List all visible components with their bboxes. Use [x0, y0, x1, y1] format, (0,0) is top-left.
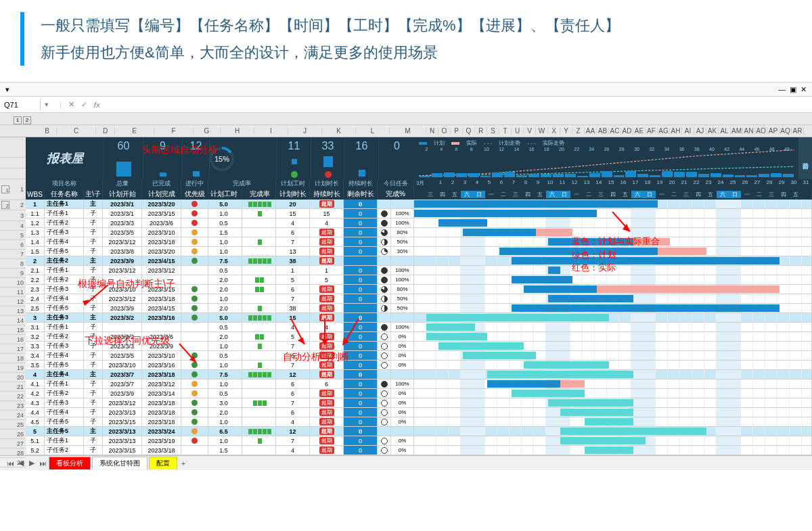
table-row[interactable]: 5.1子任务1子2023/3/132023/3/191.07超期00% [26, 436, 812, 446]
stat-completed-value: 9 [160, 140, 166, 152]
banner: 一般只需填写【编号】【任务名称】【时间】【工时】【完成%】【进展】、【责任人】 … [0, 0, 812, 82]
table-row[interactable]: 4.5子任务5子2023/3/152023/3/181.04超期00% [26, 417, 812, 427]
table-row[interactable]: 5.2子任务2子2023/3/152023/3/181.54超期00% [26, 446, 812, 455]
tab-add-icon[interactable]: + [179, 459, 188, 468]
sheet-tab-gantt[interactable]: 系统化甘特图 [92, 457, 148, 469]
stat-duration-value: 16 [356, 140, 368, 152]
minimize-icon[interactable]: — [778, 85, 786, 93]
table-row[interactable]: 1.1子任务1子2023/3/12023/3/151.015150100% [26, 209, 812, 218]
header-project-name: 项目名称 [26, 179, 103, 189]
stat-total-value: 60 [118, 140, 130, 152]
table-row[interactable]: 4.3子任务3子2023/3/122023/3/183.07超期00% [26, 398, 812, 408]
color-legend-note: 蓝色：计划与实际重合 绿色：计划 红色：实际 [572, 235, 660, 275]
table-header: WBS 任务名称 主\子 计划开始 计划完成 优先级 计划工时 完成率 计划时长… [26, 189, 812, 200]
table-row[interactable]: 5主任务5主2023/3/132023/3/246.512超期0 [26, 427, 812, 436]
stat-inprogress-value: 12 [190, 140, 202, 152]
table-row[interactable]: 1.3子任务3子2023/3/52023/3/101.56超期080% [26, 228, 812, 237]
table-row[interactable]: 3主任务3主2023/3/22023/3/165.015超期0 [26, 313, 812, 323]
banner-text: 一般只需填写【编号】【任务名称】【时间】【工时】【完成%】【进展】、【责任人】 … [41, 12, 620, 66]
table-row[interactable]: 2.3子任务3子2023/3/102023/3/152.06超期080% [26, 285, 812, 294]
logo: 报表屋 [26, 137, 104, 179]
close-icon[interactable]: ✕ [800, 85, 807, 94]
confirm-icon[interactable]: ✓ [81, 100, 87, 109]
name-box[interactable]: Q71 [0, 99, 41, 110]
table-row[interactable]: 4.4子任务4子2023/3/132023/3/182.06超期00% [26, 408, 812, 417]
stat-planhours-value: 11 [288, 140, 300, 152]
name-dropdown-icon[interactable]: ▾ [41, 100, 53, 109]
status-dot-red [325, 171, 332, 178]
sheet-tab-dashboard[interactable]: 看板分析 [49, 457, 91, 469]
summary-panel: 报表屋 60 9 12 15% 11 33 [26, 137, 812, 179]
sheet-tabs: ⏮ ◀ ▶ ⏭ 看板分析 系统化甘特图 配置 + [0, 455, 812, 470]
stat-plandays-value: 33 [322, 140, 334, 152]
group-level-2[interactable]: 2 [23, 116, 31, 124]
table-row[interactable]: 2.4子任务4子2023/3/122023/3/181.07超期050% [26, 294, 812, 304]
table-row[interactable]: 2.1子任务1子2023/3/122023/3/120.5110100% [26, 266, 812, 275]
table-row[interactable]: 1.2子任务2子2023/3/32023/3/60.5440100% [26, 218, 812, 228]
status-dot-green [291, 171, 298, 178]
table-row[interactable]: 2主任务2主2023/3/92023/4/157.538超期 [26, 256, 812, 266]
table-row[interactable]: 3.1子任务1子0.5440100% [26, 323, 812, 332]
formula-bar: Q71 ▾ | ✕ ✓ fx [0, 97, 812, 113]
trend-chart: 计划 实际 - - -计划走势 - - -实际走势 24681012141618… [415, 137, 798, 179]
tab-last-icon[interactable]: ⏭ [38, 459, 47, 468]
table-row[interactable]: 1.5子任务5子2023/3/82023/3/201.013超期030% [26, 247, 812, 256]
stat-today-value: 0 [394, 140, 400, 152]
column-headers: B C D E F G H I J K L M NOPQRSTUVWXYZAAA… [0, 125, 812, 137]
tab-next-icon[interactable]: ▶ [27, 459, 37, 468]
table-row[interactable]: 3.4子任务4子2023/3/52023/3/100.56超期00% [26, 351, 812, 361]
cancel-icon[interactable]: ✕ [68, 100, 74, 109]
banner-line-2: 新手使用也方便&简单，大而全的设计，满足更多的使用场景 [41, 39, 620, 66]
table-row[interactable]: 4.1子任务1子2023/3/72023/3/121.0660100% [26, 379, 812, 389]
table-row[interactable]: 3.5子任务5子2023/3/102023/3/161.07超期00% [26, 361, 812, 370]
table-row[interactable]: 2.2子任务2子2.0550100% [26, 275, 812, 285]
table-row[interactable]: 4.2子任务2子2023/3/92023/3/140.56超期00% [26, 389, 812, 398]
table-row[interactable]: 3.3子任务3子2023/3/32023/3/91.07超期00% [26, 342, 812, 351]
mini-toolbar: ▾ — ▣ ✕ [0, 82, 812, 97]
group-level-1[interactable]: 1 [14, 116, 22, 124]
table-row[interactable]: 1主任务1主2023/3/12023/3/205.020超期0 [26, 200, 812, 209]
sheet-tab-config[interactable]: 配置 [149, 457, 177, 469]
dropdown-icon[interactable]: ▾ [5, 85, 9, 94]
right-panel-label: 出图分析走势 [798, 137, 812, 179]
formula-input[interactable] [106, 99, 812, 110]
accent-bar [20, 12, 24, 66]
table-row[interactable]: 4主任务4主2023/3/72023/3/187.512超期0 [26, 370, 812, 379]
table-row[interactable]: 3.2子任务2子2023/3/22023/3/62.05超期00% [26, 332, 812, 342]
table-row[interactable]: 1.4子任务4子2023/3/122023/3/181.07超期050% [26, 237, 812, 247]
table-row[interactable]: 2.5子任务5子2023/3/92023/4/152.038超期50% [26, 304, 812, 313]
completion-gauge: 15% [210, 147, 234, 171]
maximize-icon[interactable]: ▣ [790, 85, 796, 94]
banner-line-1: 一般只需填写【编号】【任务名称】【时间】【工时】【完成%】【进展】、【责任人】 [41, 12, 620, 39]
fx-icon[interactable]: fx [94, 101, 100, 109]
